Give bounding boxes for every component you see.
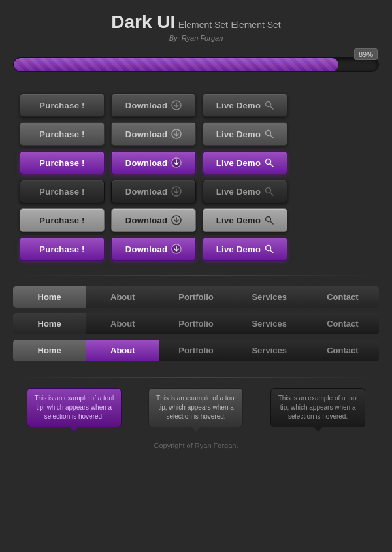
svg-line-8 (270, 164, 273, 167)
tooltip-3: This is an example of a tool tip, which … (270, 388, 365, 427)
search-icon-2 (265, 129, 274, 138)
purchase-button-4[interactable]: Purchase ! (20, 180, 105, 203)
download-button-6[interactable]: Download (111, 237, 196, 261)
livedemo-button-6[interactable]: Live Demo (203, 237, 287, 261)
navbar-2: Home About Portfolio Services Contact (13, 313, 379, 334)
tooltip-section: This is an example of a tool tip, which … (0, 382, 392, 432)
download-icon-1 (171, 100, 182, 110)
nav-1-contact[interactable]: Contact (306, 286, 379, 308)
nav-1-portfolio[interactable]: Portfolio (159, 286, 233, 308)
button-row-2: Purchase ! Download Live Demo (20, 122, 372, 146)
svg-line-5 (270, 135, 273, 138)
svg-point-13 (266, 217, 271, 222)
progress-fill (14, 58, 338, 71)
svg-line-14 (270, 221, 273, 224)
nav-section: Home About Portfolio Services Contact Ho… (0, 280, 392, 373)
svg-line-2 (270, 106, 273, 109)
nav-3-about[interactable]: About (86, 340, 159, 361)
svg-point-10 (266, 188, 271, 193)
progress-label: 89% (354, 48, 378, 60)
search-icon-1 (265, 101, 274, 110)
search-icon-3 (265, 158, 274, 167)
livedemo-button-4[interactable]: Live Demo (203, 180, 287, 203)
download-icon-3 (171, 157, 182, 168)
divider-3 (13, 377, 379, 378)
nav-3-services[interactable]: Services (233, 340, 306, 361)
nav-2-portfolio[interactable]: Portfolio (159, 313, 233, 334)
download-button-2[interactable]: Download (111, 122, 196, 146)
nav-2-services[interactable]: Services (233, 313, 306, 334)
progress-track (13, 57, 379, 72)
app-title: Dark UI (111, 12, 175, 32)
download-icon-6 (171, 244, 182, 254)
navbar-1: Home About Portfolio Services Contact (13, 286, 379, 308)
button-row-6: Purchase ! Download Live Demo (20, 237, 372, 261)
download-button-3[interactable]: Download (111, 151, 196, 174)
search-icon-4 (265, 187, 274, 196)
footer: Copyright of Ryan Forgan. (0, 432, 392, 457)
header-title-row: Dark UI Element Set Element Set (0, 12, 392, 33)
purchase-button-3[interactable]: Purchase ! (20, 151, 105, 174)
navbar-3: Home About Portfolio Services Contact (13, 340, 379, 361)
livedemo-button-3[interactable]: Live Demo (203, 151, 287, 174)
tooltip-2: This is an example of a tool tip, which … (148, 388, 243, 427)
purchase-button-6[interactable]: Purchase ! (20, 237, 105, 261)
nav-3-home[interactable]: Home (13, 340, 86, 361)
nav-2-contact[interactable]: Contact (306, 313, 379, 334)
search-icon-5 (265, 216, 274, 225)
nav-1-home[interactable]: Home (13, 286, 86, 308)
app-subtitle-text: Element Set (231, 20, 280, 30)
livedemo-button-1[interactable]: Live Demo (203, 93, 287, 117)
nav-1-about[interactable]: About (86, 286, 159, 308)
livedemo-button-5[interactable]: Live Demo (203, 208, 287, 232)
svg-line-11 (270, 193, 273, 195)
download-icon-2 (171, 129, 182, 139)
download-icon-4 (171, 186, 182, 197)
divider-1 (13, 84, 379, 84)
progress-section: 89% (0, 46, 392, 80)
svg-point-16 (266, 246, 271, 251)
nav-3-contact[interactable]: Contact (306, 340, 379, 361)
nav-1-services[interactable]: Services (233, 286, 306, 308)
download-button-1[interactable]: Download (111, 93, 196, 117)
nav-3-portfolio[interactable]: Portfolio (159, 340, 233, 361)
button-row-3: Purchase ! Download Live Demo (20, 151, 372, 174)
buttons-section: Purchase ! Download Live Demo Purchase !… (0, 88, 392, 271)
download-icon-5 (171, 215, 182, 225)
button-row-1: Purchase ! Download Live Demo (20, 93, 372, 117)
button-row-5: Purchase ! Download Live Demo (20, 208, 372, 232)
svg-line-17 (270, 250, 273, 253)
purchase-button-5[interactable]: Purchase ! (20, 208, 105, 232)
divider-2 (13, 275, 379, 276)
copyright-text: Copyright of Ryan Forgan. (154, 442, 238, 449)
download-button-5[interactable]: Download (111, 208, 196, 232)
button-row-4: Purchase ! Download Live Demo (20, 180, 372, 203)
download-button-4[interactable]: Download (111, 180, 196, 203)
livedemo-button-2[interactable]: Live Demo (203, 122, 287, 146)
header: Dark UI Element Set Element Set By: Ryan… (0, 0, 392, 46)
purchase-button-2[interactable]: Purchase ! (20, 122, 105, 146)
svg-point-1 (266, 102, 271, 107)
svg-point-7 (266, 159, 271, 165)
svg-point-4 (266, 131, 271, 136)
nav-2-home[interactable]: Home (13, 313, 86, 334)
nav-2-about[interactable]: About (86, 313, 159, 334)
author-label: By: Ryan Forgan (0, 34, 392, 42)
search-icon-6 (265, 244, 274, 253)
tooltip-1: This is an example of a tool tip, which … (27, 388, 122, 427)
purchase-button-1[interactable]: Purchase ! (20, 93, 105, 117)
app-subtitle: Element Set (178, 20, 228, 30)
